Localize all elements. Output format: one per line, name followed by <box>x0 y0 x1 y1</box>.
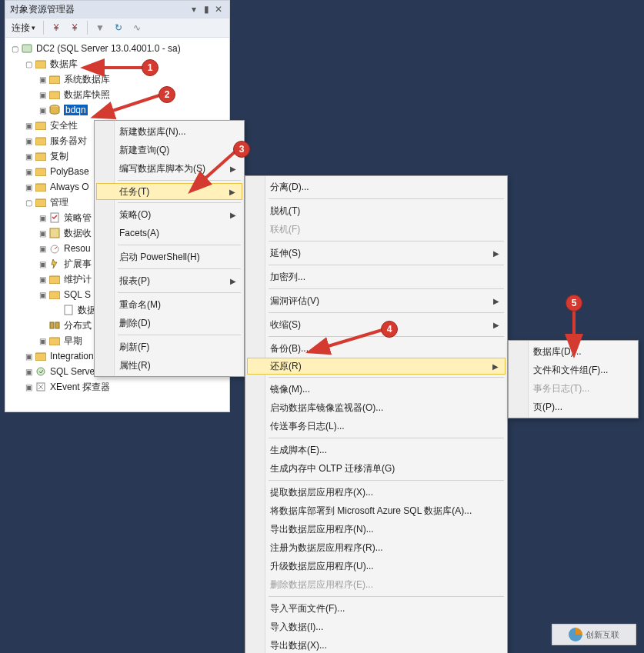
svg-line-25 <box>202 150 237 182</box>
annotation-bubble-3: 3 <box>233 141 250 158</box>
svg-line-24 <box>108 95 162 112</box>
annotation-bubble-2: 2 <box>158 86 175 103</box>
annotation-layer <box>0 0 644 653</box>
annotation-bubble-5: 5 <box>566 295 582 312</box>
svg-line-26 <box>323 329 385 348</box>
annotation-bubble-1: 1 <box>142 59 158 76</box>
annotation-bubble-4: 4 <box>381 321 398 338</box>
